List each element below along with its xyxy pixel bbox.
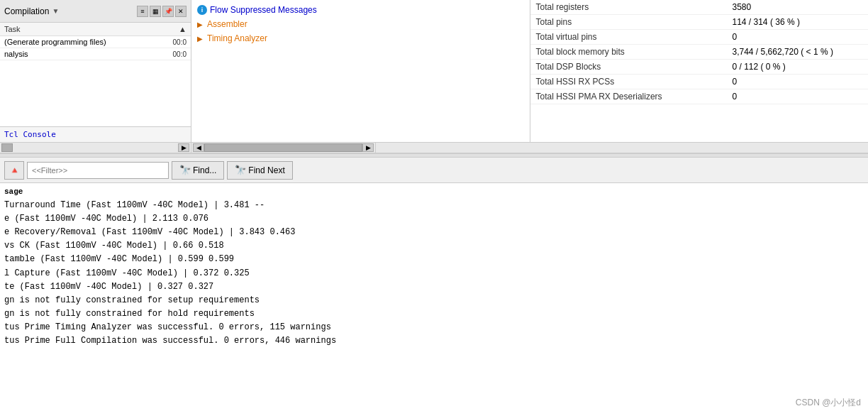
- resource-value: 3,744 / 5,662,720 ( < 1 % ): [727, 45, 869, 60]
- resource-value: 3580: [727, 0, 869, 15]
- console-line-6: l Capture (Fast 1100mV -40C Model) | 0.3…: [4, 267, 864, 280]
- table-row: Total pins 114 / 314 ( 36 % ): [530, 15, 869, 30]
- tree-label-assembler: Assembler: [207, 19, 247, 29]
- find-next-button[interactable]: 🔭 Find Next: [227, 161, 292, 180]
- tree-label-flow: Flow Suppressed Messages: [210, 5, 317, 15]
- right-panel: Total registers 3580 Total pins 114 / 31…: [530, 0, 869, 142]
- task-item-1[interactable]: (Generate programming files) 00:0: [0, 36, 191, 48]
- console-line-10: tus Prime Timing Analyzer was successful…: [4, 321, 864, 334]
- icon-list[interactable]: ≡: [137, 6, 148, 17]
- scroll-left: ▶: [0, 143, 191, 153]
- console-area: sage Turnaround Time (Fast 1100mV -40C M…: [0, 183, 868, 416]
- table-row: Total registers 3580: [530, 0, 869, 15]
- resource-name: Total block memory bits: [530, 45, 727, 60]
- compilation-label: Compilation: [4, 6, 49, 16]
- left-panel-header: Compilation ▼ ≡ ▦ 📌 ✕: [0, 0, 191, 23]
- middle-panel: i Flow Suppressed Messages ▶ Assembler ▶…: [191, 0, 530, 142]
- watermark: CSDN @小小怪d: [796, 397, 861, 409]
- console-line-11: tus Prime Full Compilation was successfu…: [4, 334, 864, 348]
- toolbar-filter-btn[interactable]: 🔺: [4, 161, 24, 180]
- bottom-section: 🔺 🔭 Find... 🔭 Find Next sage Turnaround …: [0, 158, 868, 416]
- resource-name: Total virtual pins: [530, 30, 727, 45]
- compilation-dropdown[interactable]: Compilation ▼: [4, 6, 59, 16]
- scroll-right-arrow-icon-2[interactable]: ▶: [362, 143, 374, 152]
- tree-item-assembler[interactable]: ▶ Assembler: [194, 17, 527, 31]
- resource-name: Total registers: [530, 0, 727, 15]
- resource-name: Total pins: [530, 15, 727, 30]
- console-line-9: gn is not fully constrained for hold req…: [4, 307, 864, 321]
- console-line-1: Turnaround Time (Fast 1100mV -40C Model)…: [4, 199, 864, 212]
- find-label: Find...: [193, 165, 216, 175]
- scroll-up-icon: ▲: [179, 25, 187, 33]
- icon-grid[interactable]: ▦: [150, 6, 161, 17]
- main-container: Compilation ▼ ≡ ▦ 📌 ✕ Task ▲ (Generate p…: [0, 0, 868, 416]
- header-icons: ≡ ▦ 📌 ✕: [137, 6, 187, 17]
- resource-value: 0: [727, 75, 869, 89]
- filter-icon: 🔺: [9, 165, 20, 175]
- tree-item-timing[interactable]: ▶ Timing Analyzer: [194, 31, 527, 45]
- resource-value: 0 / 112 ( 0 % ): [727, 60, 869, 75]
- console-line-4: vs CK (Fast 1100mV -40C Model) | 0.66 0.…: [4, 239, 864, 253]
- dropdown-arrow-icon: ▼: [52, 7, 59, 15]
- icon-close[interactable]: ✕: [175, 6, 187, 17]
- binoculars-next-icon: 🔭: [235, 165, 246, 175]
- resource-value: 0: [727, 30, 869, 45]
- task-item-2[interactable]: nalysis 00:0: [0, 48, 191, 60]
- console-line-2: e (Fast 1100mV -40C Model) | 2.113 0.076: [4, 212, 864, 226]
- task-time-1: 00:0: [173, 38, 187, 46]
- resource-name: Total HSSI PMA RX Deserializers: [530, 89, 727, 104]
- binoculars-icon: 🔭: [179, 165, 191, 175]
- resource-value: 0: [727, 89, 869, 104]
- expand-arrow-icon: ▶: [197, 21, 203, 28]
- resource-name: Total HSSI RX PCSs: [530, 75, 727, 89]
- task-time-2: 00:0: [173, 50, 187, 58]
- resource-table: Total registers 3580 Total pins 114 / 31…: [530, 0, 869, 104]
- scroll-thumb-mid[interactable]: [204, 143, 362, 152]
- table-row: Total HSSI PMA RX Deserializers 0: [530, 89, 869, 104]
- tcl-console[interactable]: Tcl Console: [0, 126, 191, 142]
- task-header-label: Task: [4, 25, 21, 33]
- filter-input[interactable]: [27, 162, 169, 179]
- table-row: Total block memory bits 3,744 / 5,662,72…: [530, 45, 869, 60]
- find-next-label: Find Next: [248, 165, 284, 175]
- table-row: Total DSP Blocks 0 / 112 ( 0 % ): [530, 60, 869, 75]
- scrollbar-row: ▶ ◀ ▶: [0, 142, 868, 153]
- task-label-2: nalysis: [4, 50, 28, 58]
- scroll-thumb-left[interactable]: [1, 143, 13, 152]
- icon-pin[interactable]: 📌: [162, 6, 174, 17]
- scroll-left-arrow-icon[interactable]: ◀: [193, 143, 204, 152]
- expand-arrow-icon-2: ▶: [197, 35, 203, 43]
- scroll-right-panel: [376, 143, 868, 153]
- info-icon: i: [197, 5, 207, 15]
- resource-value: 114 / 314 ( 36 % ): [727, 15, 869, 30]
- tree-item-flow[interactable]: i Flow Suppressed Messages: [194, 3, 527, 17]
- message-tree: i Flow Suppressed Messages ▶ Assembler ▶…: [191, 0, 530, 142]
- console-line-3: e Recovery/Removal (Fast 1100mV -40C Mod…: [4, 226, 864, 239]
- task-header: Task ▲: [0, 23, 191, 36]
- scroll-right-arrow-icon[interactable]: ▶: [178, 143, 189, 152]
- toolbar-row: 🔺 🔭 Find... 🔭 Find Next: [0, 158, 868, 183]
- tree-label-timing: Timing Analyzer: [207, 33, 267, 43]
- console-line-7: te (Fast 1100mV -40C Model) | 0.327 0.32…: [4, 280, 864, 294]
- find-button[interactable]: 🔭 Find...: [172, 161, 224, 180]
- table-row: Total HSSI RX PCSs 0: [530, 75, 869, 89]
- console-line-8: gn is not fully constrained for setup re…: [4, 294, 864, 307]
- top-section: Compilation ▼ ≡ ▦ 📌 ✕ Task ▲ (Generate p…: [0, 0, 868, 142]
- task-label-1: (Generate programming files): [4, 38, 106, 46]
- task-list: (Generate programming files) 00:0 nalysi…: [0, 36, 191, 126]
- resource-name: Total DSP Blocks: [530, 60, 727, 75]
- scroll-mid: ◀ ▶: [191, 143, 376, 153]
- console-header: sage: [4, 186, 864, 199]
- left-panel: Compilation ▼ ≡ ▦ 📌 ✕ Task ▲ (Generate p…: [0, 0, 191, 142]
- console-line-5: tamble (Fast 1100mV -40C Model) | 0.599 …: [4, 253, 864, 266]
- table-row: Total virtual pins 0: [530, 30, 869, 45]
